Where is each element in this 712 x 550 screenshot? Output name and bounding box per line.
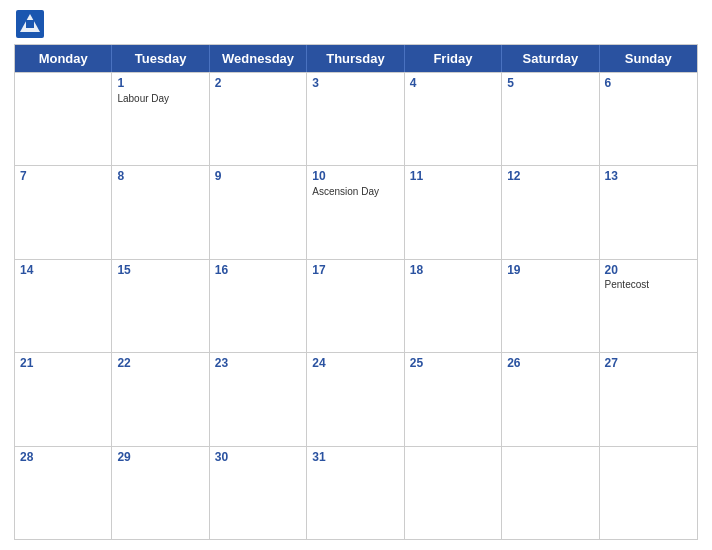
day-cell: 3: [307, 73, 404, 165]
day-cell: 11: [405, 166, 502, 258]
day-number: 26: [507, 356, 593, 372]
day-cell: 14: [15, 260, 112, 352]
day-cell: [405, 447, 502, 539]
day-cell: 29: [112, 447, 209, 539]
event-label: Pentecost: [605, 279, 692, 291]
day-cell: 21: [15, 353, 112, 445]
day-number: 3: [312, 76, 398, 92]
day-cell: 15: [112, 260, 209, 352]
day-cell: 26: [502, 353, 599, 445]
day-header-tuesday: Tuesday: [112, 45, 209, 72]
day-header-saturday: Saturday: [502, 45, 599, 72]
day-cell: 7: [15, 166, 112, 258]
day-header-sunday: Sunday: [600, 45, 697, 72]
calendar-body: 1Labour Day2345678910Ascension Day111213…: [15, 72, 697, 539]
week-row-4: 21222324252627: [15, 352, 697, 445]
day-header-wednesday: Wednesday: [210, 45, 307, 72]
day-cell: 16: [210, 260, 307, 352]
day-cell: 12: [502, 166, 599, 258]
day-number: 7: [20, 169, 106, 185]
week-row-2: 78910Ascension Day111213: [15, 165, 697, 258]
day-header-monday: Monday: [15, 45, 112, 72]
logo-icon: [16, 10, 44, 38]
day-number: 20: [605, 263, 692, 279]
week-row-5: 28293031: [15, 446, 697, 539]
day-cell: [15, 73, 112, 165]
day-cell: 31: [307, 447, 404, 539]
day-cell: 18: [405, 260, 502, 352]
day-cell: 19: [502, 260, 599, 352]
day-number: 2: [215, 76, 301, 92]
day-cell: 8: [112, 166, 209, 258]
day-cell: 9: [210, 166, 307, 258]
day-number: 28: [20, 450, 106, 466]
day-number: 23: [215, 356, 301, 372]
day-number: 22: [117, 356, 203, 372]
day-number: 30: [215, 450, 301, 466]
day-number: 15: [117, 263, 203, 279]
day-number: 17: [312, 263, 398, 279]
day-cell: 10Ascension Day: [307, 166, 404, 258]
day-cell: 20Pentecost: [600, 260, 697, 352]
day-cell: 28: [15, 447, 112, 539]
day-cell: 27: [600, 353, 697, 445]
day-number: 14: [20, 263, 106, 279]
day-cell: [502, 447, 599, 539]
day-cell: 6: [600, 73, 697, 165]
svg-rect-2: [26, 20, 34, 28]
day-cell: 25: [405, 353, 502, 445]
day-number: 27: [605, 356, 692, 372]
day-number: 1: [117, 76, 203, 92]
day-number: 13: [605, 169, 692, 185]
day-cell: 22: [112, 353, 209, 445]
day-cell: 13: [600, 166, 697, 258]
day-number: 10: [312, 169, 398, 185]
day-number: 4: [410, 76, 496, 92]
day-cell: 30: [210, 447, 307, 539]
day-number: 18: [410, 263, 496, 279]
day-cell: 4: [405, 73, 502, 165]
day-number: 12: [507, 169, 593, 185]
day-cell: 2: [210, 73, 307, 165]
header: [14, 10, 698, 38]
day-cell: 1Labour Day: [112, 73, 209, 165]
calendar: MondayTuesdayWednesdayThursdayFridaySatu…: [14, 44, 698, 540]
day-number: 8: [117, 169, 203, 185]
day-cell: 23: [210, 353, 307, 445]
day-headers-row: MondayTuesdayWednesdayThursdayFridaySatu…: [15, 45, 697, 72]
event-label: Ascension Day: [312, 186, 398, 198]
day-number: 21: [20, 356, 106, 372]
event-label: Labour Day: [117, 93, 203, 105]
day-number: 6: [605, 76, 692, 92]
calendar-page: MondayTuesdayWednesdayThursdayFridaySatu…: [0, 0, 712, 550]
day-number: 9: [215, 169, 301, 185]
day-number: 25: [410, 356, 496, 372]
day-cell: 5: [502, 73, 599, 165]
day-number: 16: [215, 263, 301, 279]
day-number: 11: [410, 169, 496, 185]
day-cell: 17: [307, 260, 404, 352]
logo: [16, 10, 48, 38]
day-number: 19: [507, 263, 593, 279]
day-number: 5: [507, 76, 593, 92]
day-number: 24: [312, 356, 398, 372]
day-number: 31: [312, 450, 398, 466]
day-number: 29: [117, 450, 203, 466]
week-row-3: 14151617181920Pentecost: [15, 259, 697, 352]
day-header-thursday: Thursday: [307, 45, 404, 72]
day-cell: 24: [307, 353, 404, 445]
day-header-friday: Friday: [405, 45, 502, 72]
week-row-1: 1Labour Day23456: [15, 72, 697, 165]
day-cell: [600, 447, 697, 539]
